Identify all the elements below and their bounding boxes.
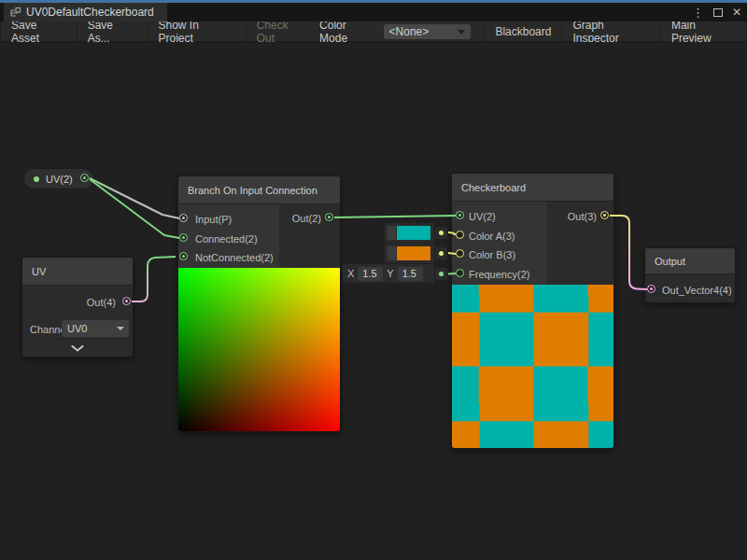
edge-branchout-to-checkeruv[interactable] — [334, 216, 456, 217]
frequency-y-input[interactable]: 1.5 — [398, 267, 423, 281]
checkerboard-node-preview — [452, 285, 613, 448]
uv-channel-dropdown[interactable]: UV0 — [62, 320, 129, 337]
kebab-menu-icon[interactable]: ⋮ — [692, 7, 704, 19]
node-uv[interactable]: UV Out(4) Channe UV0 — [21, 257, 134, 357]
graph-inspector-toggle-button[interactable]: Graph Inspector — [561, 21, 660, 41]
frequency-x-input[interactable]: 1.5 — [358, 267, 383, 281]
branch-connected-label: Connected(2) — [195, 233, 258, 245]
uv-node-title: UV — [22, 258, 133, 286]
branch-input-p-label: Input(P) — [195, 214, 232, 225]
frequency-y-label: Y — [387, 268, 393, 279]
checkerboard-color-a-label: Color A(3) — [469, 231, 515, 242]
edge-uvprop-to-inputp[interactable] — [90, 178, 179, 218]
tab-bar: UV0DefaultCheckerboard ⋮ ✕ — [0, 3, 747, 21]
port-checkerboard-color-a[interactable] — [456, 231, 464, 239]
main-preview-toggle-button[interactable]: Main Preview — [660, 21, 747, 41]
port-checkerboard-color-b[interactable] — [456, 249, 464, 258]
frequency-value-widget: X 1.5 Y 1.5 — [343, 264, 434, 283]
node-output[interactable]: Output Out_Vector4(4) — [644, 247, 736, 303]
checkerboard-out-port-label: Out(3) — [568, 211, 597, 222]
uv-channel-label: Channe — [30, 324, 66, 335]
port-branch-notconnected[interactable] — [179, 252, 188, 260]
chevron-down-icon — [71, 345, 84, 352]
uv-out-port-label: Out(4) — [87, 297, 116, 308]
port-checkerboard-out[interactable] — [600, 211, 609, 219]
branch-node-title: Branch On Input Connection — [178, 176, 340, 204]
checkerboard-uv-label: UV(2) — [469, 211, 496, 222]
check-out-button: Check Out — [247, 21, 319, 41]
shader-graph-toolbar: Save Asset Save As... Show In Project Ch… — [0, 21, 747, 42]
color-field-edge — [388, 226, 396, 240]
frequency-x-label: X — [347, 268, 354, 279]
color-mode-dropdown[interactable]: <None> — [384, 24, 472, 39]
port-checkerboard-uv[interactable] — [456, 211, 464, 219]
color-mode-label: Color Mode — [319, 19, 375, 45]
save-as-button[interactable]: Save As... — [78, 21, 148, 41]
checkerboard-color-b-label: Color B(3) — [469, 249, 515, 260]
color-mode-value: <None> — [389, 25, 430, 38]
port-branch-connected[interactable] — [179, 233, 188, 242]
port-branch-input-p[interactable] — [179, 214, 188, 222]
edge-uvout4-to-notconnected[interactable] — [132, 257, 176, 301]
port-checkerboard-frequency[interactable] — [456, 269, 464, 277]
port-uv-out4[interactable] — [122, 297, 131, 305]
property-node-label: UV(2) — [46, 174, 73, 185]
node-checkerboard[interactable]: Checkerboard UV(2) Color A(3) Color B(3)… — [451, 173, 614, 449]
branch-notconnected-label: NotConnected(2) — [195, 252, 274, 263]
branch-out-port-label: Out(2) — [292, 213, 321, 224]
port-branch-out[interactable] — [325, 213, 333, 221]
chevron-down-icon — [458, 30, 465, 35]
save-asset-button[interactable]: Save Asset — [0, 21, 78, 41]
color-b-swatch[interactable] — [397, 246, 430, 260]
vector2-type-dot — [34, 176, 39, 182]
edge-checkerout-to-output[interactable] — [610, 216, 647, 289]
frequency-connector-dot — [435, 268, 447, 280]
close-icon[interactable]: ✕ — [732, 7, 741, 18]
port-output-vector4[interactable] — [647, 285, 655, 293]
color-a-value-widget[interactable] — [385, 223, 434, 243]
port-uvproperty-out[interactable] — [80, 174, 89, 182]
tab-uv0defaultcheckerboard[interactable]: UV0DefaultCheckerboard — [4, 3, 167, 21]
branch-node-preview — [178, 268, 340, 431]
uv-collapse-toggle[interactable] — [22, 339, 133, 357]
color-b-connector-dot — [435, 247, 447, 259]
edge-uvprop-to-connected[interactable] — [90, 179, 179, 238]
color-field-edge — [388, 246, 396, 260]
output-in-port-label: Out_Vector4(4) — [662, 285, 732, 296]
chevron-down-icon — [117, 327, 124, 330]
graph-canvas[interactable]: UV(2) UV Out(4) Channe UV0 Branch On Inp… — [0, 42, 747, 559]
maximize-icon[interactable] — [713, 8, 723, 17]
checkerboard-frequency-label: Frequency(2) — [469, 269, 529, 280]
blackboard-toggle-button[interactable]: Blackboard — [484, 21, 561, 41]
output-node-title: Output — [645, 248, 735, 274]
shadergraph-icon — [9, 7, 21, 19]
color-a-connector-dot — [435, 227, 447, 239]
uv-channel-value: UV0 — [67, 323, 87, 334]
node-branch-on-input-connection[interactable]: Branch On Input Connection Input(P) Conn… — [177, 175, 341, 432]
checkerboard-node-title: Checkerboard — [452, 174, 613, 202]
color-a-swatch[interactable] — [397, 226, 430, 240]
show-in-project-button[interactable]: Show In Project — [148, 21, 247, 41]
color-b-value-widget[interactable] — [385, 244, 434, 263]
tab-title: UV0DefaultCheckerboard — [26, 6, 154, 19]
